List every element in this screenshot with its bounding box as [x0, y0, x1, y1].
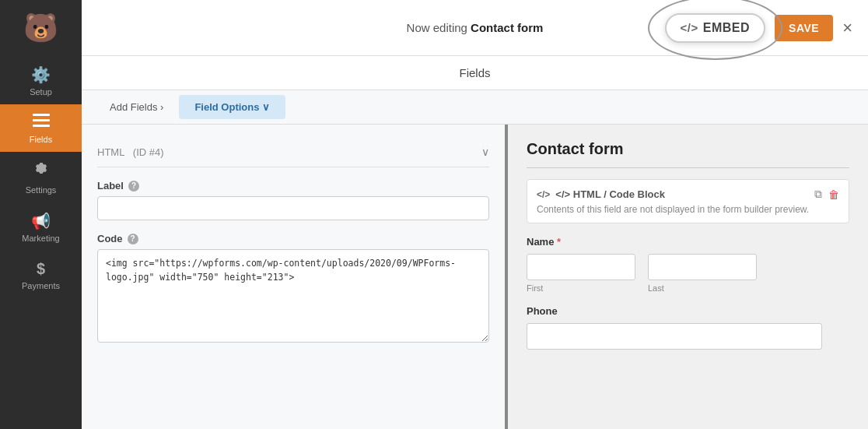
app-logo: 🐻 — [0, 0, 82, 56]
payments-icon: $ — [37, 260, 45, 278]
phone-field-label: Phone — [527, 305, 849, 317]
label-field-label: Label ? — [97, 180, 489, 192]
embed-code-icon: </> — [681, 21, 698, 34]
add-fields-chevron: › — [160, 101, 163, 113]
name-field-label: Name * — [527, 236, 849, 248]
required-star: * — [557, 236, 561, 248]
html-code-block: </> </> HTML / Code Block ⧉ 🗑 — [527, 179, 849, 223]
phone-input[interactable] — [527, 323, 822, 350]
code-field-label: Code ? — [97, 233, 489, 244]
html-block-description: Contents of this field are not displayed… — [537, 204, 839, 215]
name-label-text: Name — [527, 236, 554, 248]
embed-circle-wrapper: </> EMBED — [665, 13, 765, 43]
editing-label: Now editing Contact form — [407, 21, 544, 34]
last-name-sub-label: Last — [648, 283, 757, 293]
svg-rect-1 — [33, 119, 50, 121]
main-content: Now editing Contact form </> EMBED SAVE … — [82, 0, 868, 429]
sidebar-label-settings: Settings — [26, 185, 57, 195]
first-name-input[interactable] — [527, 254, 635, 280]
sidebar-item-fields[interactable]: Fields — [0, 104, 82, 152]
sidebar-label-setup: Setup — [30, 87, 52, 97]
right-panel: Contact form </> </> HTML / Code Block ⧉ — [508, 125, 868, 429]
trash-icon: 🗑 — [828, 188, 839, 201]
svg-rect-0 — [33, 114, 50, 116]
top-bar: Now editing Contact form </> EMBED SAVE … — [82, 0, 868, 56]
sidebar-label-payments: Payments — [22, 281, 60, 290]
phone-field-section: Phone — [527, 305, 849, 350]
left-panel: HTML (ID #4) ∨ Label ? — [82, 125, 508, 429]
add-fields-label: Add Fields — [110, 101, 157, 113]
copy-icon: ⧉ — [814, 188, 822, 200]
form-name: Contact form — [471, 21, 543, 34]
code-textarea[interactable] — [97, 249, 489, 343]
first-name-group: First — [527, 254, 635, 293]
code-label-text: Code — [97, 233, 123, 244]
field-title-text: HTML — [97, 146, 124, 158]
field-collapse-icon[interactable]: ∨ — [481, 146, 489, 158]
copy-block-button[interactable]: ⧉ — [814, 188, 822, 201]
last-name-input[interactable] — [648, 254, 757, 280]
sidebar-item-settings[interactable]: Settings — [0, 152, 82, 202]
field-options-chevron: ∨ — [262, 101, 270, 113]
save-button[interactable]: SAVE — [775, 15, 833, 41]
fields-tab[interactable]: Fields — [459, 66, 490, 79]
preview-form-title: Contact form — [527, 140, 849, 158]
settings-icon — [33, 161, 50, 182]
embed-button[interactable]: </> EMBED — [665, 13, 765, 43]
sidebar-label-fields: Fields — [30, 135, 52, 144]
field-id: (ID #4) — [133, 146, 164, 158]
html-code-icon: </> — [537, 189, 550, 200]
content-area: HTML (ID #4) ∨ Label ? — [82, 125, 868, 429]
sidebar-item-payments[interactable]: $ Payments — [0, 251, 82, 298]
code-help-icon[interactable]: ? — [128, 234, 138, 244]
embed-label: EMBED — [703, 21, 750, 35]
phone-label-text: Phone — [527, 305, 558, 317]
html-block-title-text: </> HTML / Code Block — [555, 188, 665, 200]
html-block-header: </> </> HTML / Code Block ⧉ 🗑 — [537, 188, 839, 201]
sidebar-item-marketing[interactable]: 📢 Marketing — [0, 202, 82, 251]
preview-divider — [527, 167, 849, 168]
sidebar: 🐻 ⚙️ Setup Fields Settings 📢 Marketing $… — [0, 0, 82, 429]
label-text: Label — [97, 180, 124, 192]
field-options-label: Field Options — [194, 101, 259, 113]
sidebar-label-marketing: Marketing — [22, 234, 59, 243]
field-header: HTML (ID #4) ∨ — [97, 137, 489, 167]
label-help-icon[interactable]: ? — [128, 181, 139, 192]
html-block-title: </> </> HTML / Code Block — [537, 188, 665, 200]
logo-bear-icon: 🐻 — [23, 12, 58, 44]
svg-rect-2 — [33, 125, 50, 127]
marketing-icon: 📢 — [31, 212, 51, 230]
html-block-actions: ⧉ 🗑 — [814, 188, 839, 201]
tab-field-options[interactable]: Field Options ∨ — [179, 95, 285, 119]
label-input[interactable] — [97, 196, 489, 220]
close-button[interactable]: × — [842, 18, 852, 38]
name-fields-row: First Last — [527, 254, 849, 293]
delete-block-button[interactable]: 🗑 — [828, 188, 839, 201]
top-bar-actions: </> EMBED SAVE × — [665, 13, 852, 43]
tab-add-fields[interactable]: Add Fields › — [94, 95, 179, 119]
fields-icon — [33, 114, 50, 132]
sidebar-item-setup[interactable]: ⚙️ Setup — [0, 56, 82, 104]
sub-tabs: Add Fields › Field Options ∨ — [82, 90, 868, 125]
name-field-section: Name * First Last — [527, 236, 849, 293]
field-title: HTML (ID #4) — [97, 145, 164, 159]
main-tabs-row: Fields — [82, 56, 868, 90]
first-name-sub-label: First — [527, 283, 635, 293]
code-form-group: Code ? — [97, 233, 489, 345]
last-name-group: Last — [648, 254, 757, 293]
setup-icon: ⚙️ — [31, 65, 51, 84]
label-form-group: Label ? — [97, 180, 489, 220]
